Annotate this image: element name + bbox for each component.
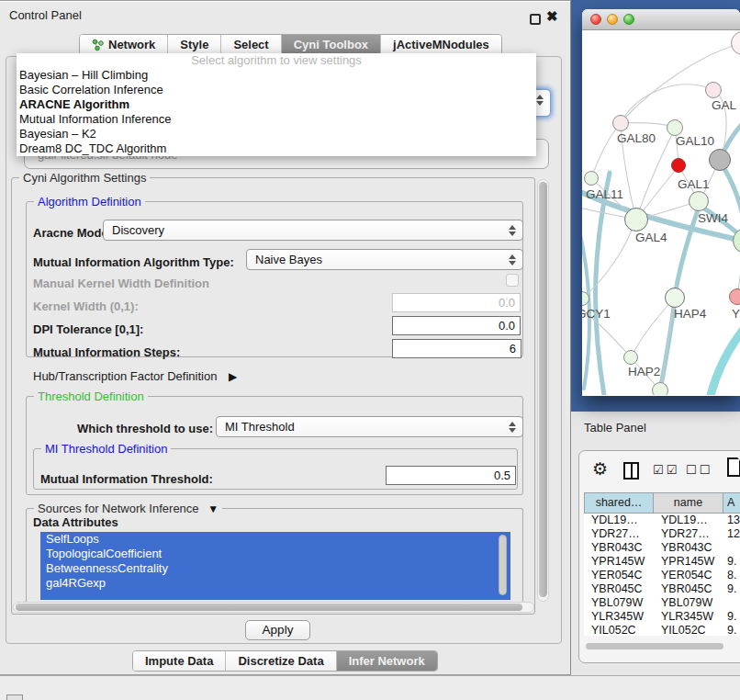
which-threshold-combo[interactable]: MI Threshold [216,416,523,437]
algorithm-dropdown-placeholder: Select algorithm to view settings [17,53,536,68]
table-cell: 9. [723,624,740,636]
column-header-shared[interactable]: shared… [584,492,654,514]
network-node[interactable] [709,149,731,171]
dpi-tolerance-field[interactable]: 0.0 [392,316,521,335]
attribute-item-topologicalcoefficient[interactable]: TopologicalCoefficient [40,547,510,561]
tab-infer-network[interactable]: Infer Network [336,651,437,671]
table-row[interactable]: YLR345WYLR345W9. [584,610,740,624]
network-node[interactable] [665,288,685,308]
aracne-mode-value: Discovery [112,223,164,237]
network-node[interactable] [623,350,638,365]
network-view-window: GALGAL80GAL10GAL1GAL11SWI4GAL4GCY1HAP4YH… [582,9,740,396]
threshold-definition-title: Threshold Definition [34,390,148,403]
table-row[interactable]: YBR043CYBR043C [584,541,740,555]
table-cell: YER054C [654,569,723,582]
zoom-traffic-light-icon[interactable] [623,14,634,25]
column-header-name[interactable]: name [654,492,723,514]
tab-jactivemnodules[interactable]: jActiveMNodules [380,35,501,54]
minimize-traffic-light-icon[interactable] [607,14,618,25]
algorithm-option-basic-correlation-inference[interactable]: Basic Correlation Inference [17,83,536,97]
network-window-titlebar[interactable] [582,9,740,30]
network-node[interactable] [584,171,599,186]
network-node[interactable] [705,82,722,98]
attribute-item-gal4rgexp[interactable]: gal4RGexp [40,576,510,591]
network-node[interactable] [624,208,648,231]
network-node[interactable] [689,191,709,211]
table-row[interactable]: YDL19…YDL19…13 [584,514,740,527]
node-label-y: Y [732,307,740,321]
algorithm-option-bayesian-k2[interactable]: Bayesian – K2 [17,127,536,141]
attribute-item-betweennesscentrality[interactable]: BetweennessCentrality [40,561,510,576]
tab-label: Network [108,35,155,54]
node-label-gal: GAL [712,98,736,112]
table-row[interactable]: YIL052CYIL052C9. [584,624,740,636]
node-label-gal1: GAL1 [678,177,710,191]
mi-type-combo[interactable]: Naive Bayes [246,249,523,270]
select-all-checkboxes-icon[interactable]: ☑☑ [653,463,679,477]
which-threshold-value: MI Threshold [225,420,295,434]
float-window-icon[interactable] [530,14,541,25]
table-cell: 12 [723,527,740,541]
table-cell: YPR145W [584,555,654,569]
bottom-status-strip [0,675,740,700]
sources-group-title[interactable]: Sources for Network Inference ▼ [34,502,222,515]
table-cell: 8. [723,569,740,582]
hub-definition-toggle[interactable]: Hub/Transcription Factor Definition ▶ [33,369,237,383]
data-attributes-list[interactable]: SelfLoopsTopologicalCoefficientBetweenne… [40,532,510,600]
close-icon[interactable]: ✖ [546,8,558,25]
tab-style[interactable]: Style [167,35,220,54]
table-cell: YLR345W [654,610,723,624]
tab-cyni-toolbox[interactable]: Cyni Toolbox [281,35,380,54]
node-label-gcy1: GCY1 [582,307,611,321]
algorithm-option-aracne-algorithm[interactable]: ARACNE Algorithm [17,97,536,112]
table-cell: YBL079W [584,596,654,610]
manual-kernel-checkbox[interactable] [506,274,519,287]
gear-icon[interactable]: ⚙ [592,458,608,480]
tab-label: jActiveMNodules [393,35,489,54]
network-node[interactable] [671,158,686,173]
table-row[interactable]: YPR145WYPR145W9. [584,555,740,569]
close-traffic-light-icon[interactable] [590,14,601,25]
settings-horizontal-scrollbar[interactable] [13,602,534,613]
table-cell: YPR145W [654,555,723,569]
algorithm-option-dream8-dc-tdc-algorithm[interactable]: Dream8 DC_TDC Algorithm [17,141,536,156]
settings-vertical-scrollbar[interactable] [537,179,549,602]
collapsed-panel-icon[interactable] [6,694,23,700]
mi-steps-field[interactable]: 6 [392,339,521,358]
column-header-a[interactable]: A [723,492,740,514]
table-cell: YBR043C [654,541,723,555]
table-row[interactable]: YBL079WYBL079W [584,596,740,610]
columns-icon[interactable] [623,462,639,480]
tab-discretize-data[interactable]: Discretize Data [225,651,335,671]
node-label-gal11: GAL11 [586,187,623,201]
table-row[interactable]: YBR045CYBR045C9. [584,582,740,596]
attributes-scrollbar[interactable] [499,535,507,595]
table-row[interactable]: YER054CYER054C8. [584,569,740,582]
algorithm-option-mutual-information-inference[interactable]: Mutual Information Inference [17,112,536,127]
network-node[interactable] [652,382,668,395]
document-icon[interactable] [727,457,740,477]
tab-impute-data[interactable]: Impute Data [133,651,225,671]
network-node[interactable] [612,115,629,131]
table-row[interactable]: YDR27…YDR27…12 [584,527,740,541]
table-cell: YBR045C [654,582,723,596]
table-horizontal-scrollbar[interactable] [584,642,740,650]
tab-select[interactable]: Select [220,35,280,54]
network-canvas[interactable]: GALGAL80GAL10GAL1GAL11SWI4GAL4GCY1HAP4YH… [582,30,740,395]
algorithm-option-bayesian-hill-climbing[interactable]: Bayesian – Hill Climbing [17,68,536,83]
cyni-bottom-tab-bar: Impute DataDiscretize DataInfer Network [132,650,438,672]
table-cell: 9. [723,582,740,596]
kernel-width-label: Kernel Width (0,1): [33,299,139,313]
kernel-width-field[interactable]: 0.0 [392,293,521,312]
deselect-all-checkboxes-icon[interactable]: ☐☐ [686,463,712,477]
table-cell: YDL19… [654,514,723,527]
apply-button[interactable]: Apply [245,620,310,640]
table-browser-card: ⚙ ☑☑ ☐☐ shared…nameA YDL19…YDL19…13YDR27… [578,450,740,663]
screen: Control Panel ✖ NetworkStyleSelectCyni T… [0,0,740,700]
tab-network[interactable]: Network [80,35,167,54]
mi-threshold-field[interactable]: 0.5 [386,466,516,485]
attribute-item-selfloops[interactable]: SelfLoops [40,532,510,547]
aracne-mode-combo[interactable]: Discovery [103,220,523,241]
network-node[interactable] [729,288,740,305]
table-cell: YDL19… [584,514,654,527]
